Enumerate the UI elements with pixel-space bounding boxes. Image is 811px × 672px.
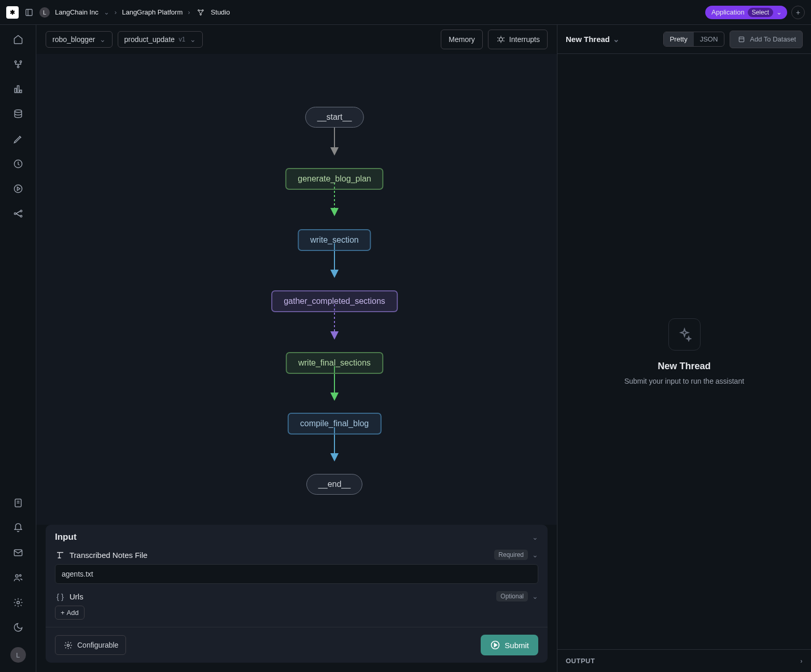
left-nav-rail: L — [0, 25, 36, 672]
svg-point-22 — [19, 575, 21, 576]
optional-badge: Optional — [496, 591, 528, 601]
plus-icon: + — [61, 609, 65, 617]
notes-file-input[interactable] — [55, 564, 538, 584]
graph-canvas[interactable]: __start__ generate_blog_plan write_secti… — [36, 54, 557, 525]
chevron-right-icon: › — [800, 657, 803, 665]
svg-rect-0 — [26, 9, 32, 16]
database-icon[interactable] — [13, 109, 23, 119]
submit-label: Submit — [505, 641, 529, 650]
svg-point-3 — [202, 9, 203, 11]
svg-point-15 — [20, 210, 22, 212]
svg-point-23 — [17, 601, 19, 604]
branch-icon[interactable] — [13, 59, 23, 69]
svg-rect-8 — [15, 88, 16, 92]
graph-node-generate-blog-plan[interactable]: generate_blog_plan — [285, 168, 383, 190]
graph-node-write-section[interactable]: write_section — [298, 229, 371, 251]
chevron-down-icon[interactable]: ⌄ — [532, 551, 538, 559]
application-selector[interactable]: Application Select ⌄ — [705, 6, 787, 19]
input-panel: Input ⌄ Transcribed Notes File Required … — [46, 525, 548, 663]
input-panel-title: Input — [55, 532, 77, 542]
svg-point-14 — [14, 213, 16, 214]
org-avatar: L — [39, 7, 50, 18]
annotation-icon[interactable] — [13, 159, 23, 169]
chevron-down-icon: ⌄ — [190, 35, 196, 44]
nodes-icon[interactable] — [13, 208, 23, 219]
chevron-down-icon: ⌄ — [100, 35, 106, 44]
svg-point-5 — [15, 61, 16, 62]
memory-button[interactable]: Memory — [441, 30, 483, 49]
thread-selector[interactable]: New Thread ⌄ — [566, 35, 620, 44]
interrupts-button[interactable]: Interrupts — [488, 30, 548, 49]
view-toggle: Pretty JSON — [663, 32, 725, 47]
top-bar: ✱ L LangChain Inc ⌄ › LangGraph Platform… — [0, 0, 811, 25]
dataset-icon — [736, 34, 747, 45]
chevron-down-icon[interactable]: ⌄ — [532, 592, 538, 600]
edit-icon[interactable] — [13, 134, 23, 144]
agent-selector-label: robo_blogger — [52, 35, 95, 44]
chevron-down-icon: ⌄ — [613, 35, 620, 44]
interrupts-label: Interrupts — [509, 35, 540, 44]
svg-point-21 — [16, 575, 18, 577]
agent-selector[interactable]: robo_blogger ⌄ — [46, 31, 113, 48]
mail-icon[interactable] — [13, 548, 23, 558]
breadcrumb-platform[interactable]: LangGraph Platform — [122, 8, 183, 16]
breadcrumb-page: Studio — [211, 8, 230, 16]
chevron-down-icon[interactable]: ⌄ — [532, 533, 538, 541]
gear-icon — [63, 640, 73, 650]
svg-point-4 — [200, 13, 201, 15]
memory-label: Memory — [449, 35, 475, 44]
svg-point-24 — [499, 38, 503, 41]
version-selector[interactable]: product_update v1 ⌄ — [118, 31, 203, 48]
thread-label: New Thread — [566, 35, 610, 44]
svg-point-7 — [17, 66, 19, 67]
braces-icon: { } — [55, 591, 65, 601]
play-circle-icon — [490, 640, 500, 650]
empty-state: New Thread Submit your input to run the … — [557, 54, 811, 649]
add-label: Add — [67, 609, 79, 617]
graph-edges — [36, 54, 557, 525]
bell-icon[interactable] — [13, 523, 23, 533]
thread-panel: New Thread ⌄ Pretty JSON Add To Dataset … — [557, 25, 811, 672]
required-badge: Required — [494, 550, 528, 560]
gear-icon[interactable] — [13, 597, 23, 608]
submit-button[interactable]: Submit — [481, 635, 538, 655]
version-selector-label: product_update — [124, 35, 175, 44]
add-button[interactable]: + — [791, 6, 805, 19]
graph-node-end[interactable]: __end__ — [306, 474, 362, 495]
configurable-button[interactable]: Configurable — [55, 635, 126, 655]
add-dataset-label: Add To Dataset — [750, 35, 796, 43]
input-field-label: Urls — [69, 592, 492, 601]
output-section-header[interactable]: OUTPUT › — [557, 649, 811, 672]
breadcrumb-org[interactable]: LangChain Inc — [55, 8, 99, 16]
document-icon[interactable] — [13, 498, 23, 508]
configurable-label: Configurable — [77, 641, 118, 649]
add-url-button[interactable]: + Add — [55, 606, 85, 620]
graph-node-compile-final-blog[interactable]: compile_final_blog — [288, 413, 382, 435]
svg-point-31 — [67, 644, 69, 646]
breadcrumb: L LangChain Inc ⌄ › LangGraph Platform ›… — [39, 7, 230, 18]
graph-node-gather-completed-sections[interactable]: gather_completed_sections — [271, 290, 398, 312]
pretty-view-button[interactable]: Pretty — [664, 32, 694, 46]
graph-node-write-final-sections[interactable]: write_final_sections — [286, 352, 383, 374]
home-icon[interactable] — [13, 34, 23, 45]
add-to-dataset-button[interactable]: Add To Dataset — [730, 31, 803, 48]
moon-icon[interactable] — [13, 622, 23, 633]
bug-icon — [496, 34, 506, 45]
panel-toggle-icon[interactable] — [24, 7, 34, 18]
users-icon[interactable] — [13, 572, 23, 583]
svg-rect-9 — [17, 86, 19, 92]
graph-node-start[interactable]: __start__ — [305, 107, 364, 128]
chart-icon[interactable] — [13, 84, 23, 94]
play-circle-icon[interactable] — [13, 184, 23, 194]
user-avatar[interactable]: L — [10, 647, 26, 663]
input-field-label: Transcribed Notes File — [69, 551, 490, 559]
sparkle-icon — [668, 318, 701, 351]
svg-point-11 — [15, 110, 21, 113]
chevron-down-icon: ⌄ — [776, 8, 782, 16]
svg-rect-33 — [739, 37, 744, 41]
svg-point-13 — [14, 185, 22, 193]
json-view-button[interactable]: JSON — [694, 32, 724, 46]
svg-point-2 — [198, 9, 199, 11]
chevron-down-icon[interactable]: ⌄ — [104, 8, 109, 16]
select-label: Select — [748, 8, 773, 17]
